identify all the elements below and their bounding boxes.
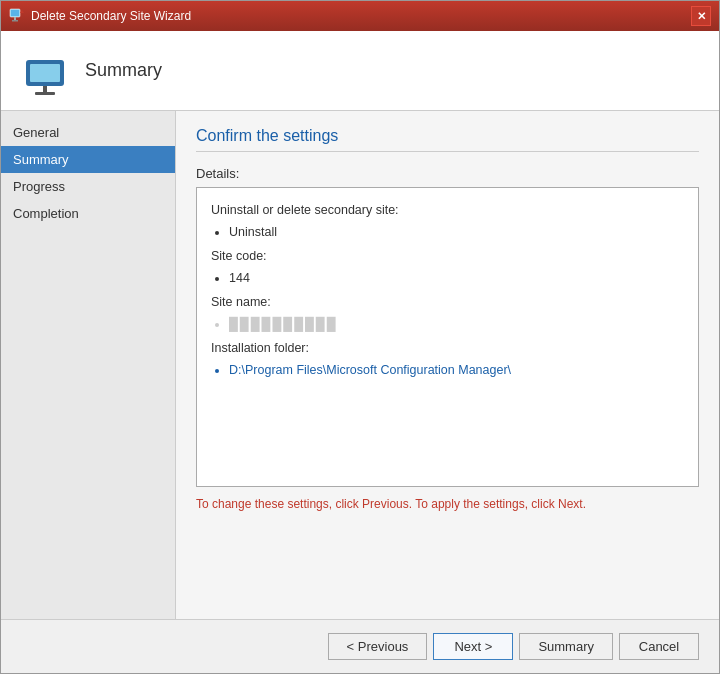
sidebar-item-summary[interactable]: Summary [1, 146, 175, 173]
main-content: Confirm the settings Details: Uninstall … [176, 111, 719, 619]
sidebar-item-progress[interactable]: Progress [1, 173, 175, 200]
install-folder-value: D:\Program Files\Microsoft Configuration… [229, 360, 684, 380]
site-name-value: ██████████ [229, 314, 684, 334]
svg-rect-2 [14, 17, 16, 20]
sidebar-item-completion[interactable]: Completion [1, 200, 175, 227]
install-folder-heading: Installation folder: [211, 338, 684, 358]
wizard-footer: < Previous Next > Summary Cancel [1, 619, 719, 673]
monitor-base [35, 92, 55, 95]
svg-rect-1 [11, 10, 19, 16]
header-title: Summary [85, 60, 162, 81]
site-code-heading: Site code: [211, 246, 684, 266]
title-bar: Delete Secondary Site Wizard ✕ [1, 1, 719, 31]
sidebar-item-general[interactable]: General [1, 119, 175, 146]
cancel-button[interactable]: Cancel [619, 633, 699, 660]
monitor-stand [43, 86, 47, 92]
close-button[interactable]: ✕ [691, 6, 711, 26]
app-icon [9, 8, 25, 24]
monitor-screen [30, 64, 60, 82]
uninstall-value: Uninstall [229, 222, 684, 242]
wizard-window: Delete Secondary Site Wizard ✕ Summary G… [0, 0, 720, 674]
window-title: Delete Secondary Site Wizard [31, 9, 191, 23]
wizard-header: Summary [1, 31, 719, 111]
section-title: Confirm the settings [196, 127, 699, 152]
wizard-body: General Summary Progress Completion Conf… [1, 111, 719, 619]
site-code-value: 144 [229, 268, 684, 288]
site-name-heading: Site name: [211, 292, 684, 312]
details-label: Details: [196, 166, 699, 181]
next-button[interactable]: Next > [433, 633, 513, 660]
summary-button[interactable]: Summary [519, 633, 613, 660]
monitor-body [26, 60, 64, 86]
header-icon [21, 47, 69, 95]
previous-button[interactable]: < Previous [328, 633, 428, 660]
svg-rect-3 [12, 20, 18, 22]
title-bar-left: Delete Secondary Site Wizard [9, 8, 191, 24]
details-box: Uninstall or delete secondary site: Unin… [196, 187, 699, 487]
uninstall-heading: Uninstall or delete secondary site: [211, 200, 684, 220]
hint-text: To change these settings, click Previous… [196, 497, 699, 511]
sidebar: General Summary Progress Completion [1, 111, 176, 619]
svg-marker-4 [20, 10, 24, 13]
